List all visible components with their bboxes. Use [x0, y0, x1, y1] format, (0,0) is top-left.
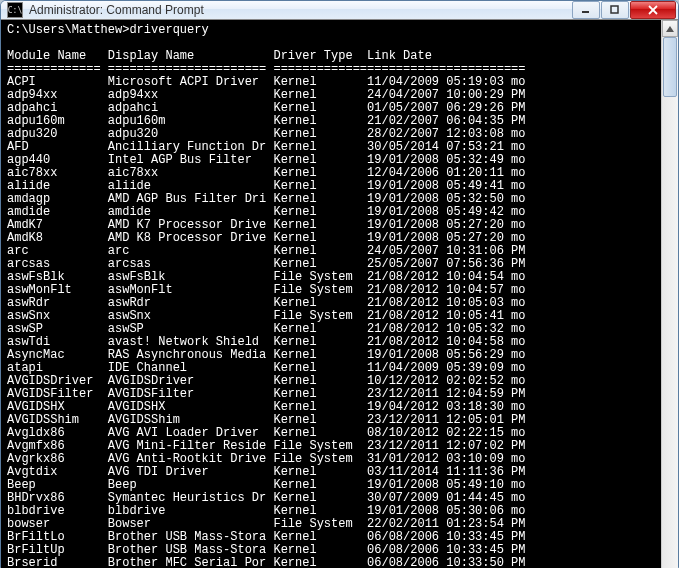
prompt-path: C:\Users\Matthew>: [7, 23, 129, 37]
maximize-icon: [610, 5, 620, 15]
console-area: C:\Users\Matthew>driverquery Module Name…: [1, 19, 678, 568]
prompt-line: C:\Users\Matthew>driverquery: [7, 23, 209, 37]
scroll-up-button[interactable]: [662, 20, 678, 37]
window-controls: [572, 1, 676, 19]
svg-marker-4: [666, 26, 674, 32]
titlebar[interactable]: C:\ Administrator: Command Prompt: [1, 1, 678, 19]
chevron-up-icon: [666, 26, 674, 32]
close-button[interactable]: [630, 1, 676, 19]
command-prompt-window: C:\ Administrator: Command Prompt C:\Use…: [0, 0, 679, 568]
prompt-command: driverquery: [129, 23, 208, 37]
scrollbar-track[interactable]: [662, 37, 678, 568]
driver-table: Module Name Display Name Driver Type Lin…: [7, 49, 525, 568]
scrollbar-thumb[interactable]: [663, 37, 677, 97]
minimize-icon: [581, 5, 591, 15]
console-output[interactable]: C:\Users\Matthew>driverquery Module Name…: [1, 20, 661, 568]
svg-rect-1: [611, 6, 618, 13]
vertical-scrollbar[interactable]: [661, 20, 678, 568]
minimize-button[interactable]: [572, 1, 600, 19]
app-icon: C:\: [7, 2, 23, 18]
maximize-button[interactable]: [601, 1, 629, 19]
window-title: Administrator: Command Prompt: [29, 3, 572, 17]
close-icon: [647, 5, 659, 15]
